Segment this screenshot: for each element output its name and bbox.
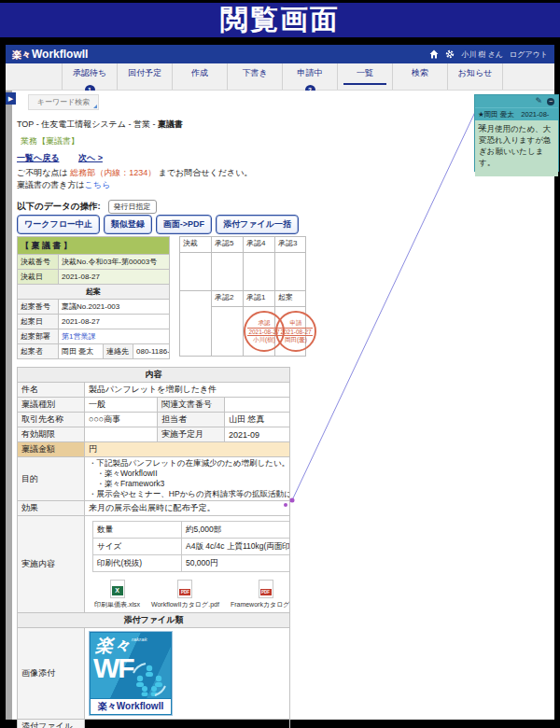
draft-dept-label: 起案部署 (18, 329, 59, 344)
stamp-empty-cell (275, 253, 306, 291)
logout-link[interactable]: ログアウト (510, 49, 548, 60)
attachments-section-header: 添付ファイル類 (18, 613, 290, 628)
sticky-note-meta: ★岡田 憂太 2021-08-27 (475, 107, 558, 120)
stamp-name: 岡田(憂) (285, 336, 307, 344)
next-link[interactable]: 次へ > (78, 153, 103, 162)
contact-phone: 080-1186-4566 (133, 344, 170, 359)
ringi-type-value: 一般 (85, 398, 158, 413)
contact-post: までお問合せください。 (156, 168, 252, 177)
effect-value-cell: 来月の展示会出展時に配布予定。 (85, 501, 290, 516)
logo-wordmark: 楽々WorkflowII (90, 699, 172, 715)
image-attach-cell: 楽々 rakrak WF (85, 628, 290, 720)
stamp-name: 小川(樹) (253, 336, 275, 344)
breadcrumb-current: 稟議書 (158, 119, 183, 129)
image-attach-label: 画像添付 (18, 628, 85, 720)
breadcrumb[interactable]: TOP - 住友電工情報システム - 営業 - 稟議書 (17, 119, 183, 131)
howto-note: 稟議書の書き方はこちら (17, 179, 110, 191)
tab-applying[interactable]: 申請中 2 (283, 63, 338, 90)
contact-department: 総務部（内線：1234） (70, 168, 156, 177)
ringi-header-table: 【 稟 議 書 】 決裁番号決裁No.令和03年-第00003号 決裁日2021… (17, 236, 170, 359)
pdf-file-icon: PDF (259, 580, 273, 598)
app-logo[interactable]: 楽々 WorkflowII (12, 48, 88, 62)
howto-link[interactable]: こちら (85, 180, 111, 189)
current-user[interactable]: 小川 樹 さん (461, 49, 503, 60)
ringi-type-label: 稟議種別 (18, 398, 85, 413)
home-icon[interactable] (429, 49, 439, 59)
qty-label: 数量 (93, 522, 182, 539)
note-author: ★岡田 憂太 (478, 110, 514, 119)
application-stamp: 申請 2021-08-27 岡田(憂) (275, 311, 316, 352)
contact-note: ご不明な点は 総務部（内線：1234） までお問合せください。 (17, 167, 252, 179)
size-label: サイズ (93, 539, 182, 555)
stamp-col-approve3: 承認3 (275, 237, 306, 253)
month-value: 2021-09 (225, 427, 290, 442)
purpose-line: ・下記製品パンフレットの在庫減少のため増刷したい。 (89, 458, 286, 469)
logo-prefix: 楽々 (12, 49, 31, 62)
people-cluster-icon (129, 662, 170, 697)
draft-dept-link[interactable]: 第1営業課 (59, 329, 170, 344)
kessai-no-label: 決裁番号 (18, 255, 59, 270)
client-label: 取引先名称 (18, 413, 85, 427)
kessai-date-value: 2021-08-27 (59, 270, 170, 285)
stamp-empty-cell (212, 307, 244, 357)
page-title: 閲覧画面 (220, 1, 340, 39)
tab-label: 作成 (173, 67, 227, 79)
file-item[interactable]: PDF WorkflowIIカタログ.pdf (151, 580, 219, 609)
tab-label: 下書き (228, 67, 282, 79)
tab-label: 検索 (393, 67, 447, 79)
minimize-icon[interactable]: − (547, 98, 554, 105)
content-table-title: 内容 (18, 368, 290, 383)
sticky-note-body: 来月使用のため、大変恐れ入りますが急ぎお願いいたします。 (475, 120, 558, 176)
tab-create[interactable]: 作成 (173, 63, 228, 90)
back-to-list-link[interactable]: 一覧へ戻る (17, 153, 59, 162)
approval-stamp-table: 決裁 承認5 承認4 承認3 承認2 承認1 起案 承認 (179, 236, 306, 357)
settings-gear-icon[interactable] (445, 49, 455, 59)
stamp-col-approve5: 承認5 (212, 237, 244, 253)
draft-date-value: 2021-08-27 (59, 315, 170, 329)
month-label: 実施予定月 (158, 427, 225, 442)
breadcrumb-path: TOP - 住友電工情報システム - 営業 - (17, 119, 158, 129)
effect-value: 来月の展示会出展時に配布予定。 (89, 503, 215, 512)
stamp-type: 申請 (290, 319, 302, 328)
sidebar-expand-icon[interactable]: ▶ (6, 92, 16, 105)
issue-date-button[interactable]: 発行日指定 (108, 200, 157, 214)
tab-list-active[interactable]: 一覧 (338, 63, 393, 90)
workflow-abort-button[interactable]: ワークフロー中止 (17, 215, 100, 234)
similar-register-button[interactable]: 類似登録 (104, 215, 152, 234)
attached-logo-image[interactable]: 楽々 rakrak WF (89, 631, 173, 716)
drafter-name: 岡田 憂太 (59, 344, 104, 359)
data-operations-row: 以下のデータの操作: 発行日指定 (17, 200, 157, 214)
screen-to-pdf-button[interactable]: 画面->PDF (156, 215, 212, 234)
logo-image-art: 楽々 rakrak WF (90, 632, 172, 699)
app-header: 楽々 WorkflowII 小川 樹 さん ログアウト (6, 45, 554, 63)
implementation-detail-table: 数量約5,000部 サイズA4版 4c/4c 上質110kg(両面印刷) 印刷代… (92, 521, 290, 572)
subject-label: 件名 (18, 383, 85, 398)
contact-pre: ご不明な点は (17, 168, 70, 177)
logo-initials: WF (93, 652, 133, 684)
keyword-search-button[interactable]: キーワード検索 (28, 94, 99, 110)
kessai-date-label: 決裁日 (18, 270, 59, 285)
sticky-note[interactable]: ✎ − ★岡田 憂太 2021-08-27 来月使用のため、大変恐れ入りますが急… (474, 94, 559, 172)
tab-approval-waiting[interactable]: 承認待ち 1 (63, 63, 118, 90)
related-doc-value (225, 398, 290, 413)
draft-date-label: 起案日 (18, 315, 59, 329)
amount-label: 稟議金額 (18, 442, 85, 457)
stamp-cell-approve1: 承認 2021-08-27 小川(樹) (244, 307, 275, 357)
implementation-cell: 数量約5,000部 サイズA4版 4c/4c 上質110kg(両面印刷) 印刷代… (85, 516, 290, 613)
pdf-file-icon: PDF (177, 580, 192, 598)
purpose-line: ・楽々WorkflowII (89, 469, 286, 479)
file-item[interactable]: PDF Frameworkカタログ.pdf (231, 580, 290, 609)
tab-drafts[interactable]: 下書き (228, 63, 283, 90)
tab-routing-planned[interactable]: 回付予定 (118, 63, 173, 90)
screen: 閲覧画面 楽々 WorkflowII 小川 樹 さん ログアウト 承認待 (0, 0, 560, 728)
sidebar-collapsed-strip (6, 91, 12, 720)
tab-notices[interactable]: お知らせ (448, 63, 503, 90)
business-category-label: 業務【稟議書】 (21, 135, 79, 147)
attachments-batch-button[interactable]: 添付ファイル一括 (216, 215, 299, 234)
tab-search[interactable]: 検索 (393, 63, 448, 90)
file-item[interactable]: X 印刷単価表.xlsx (94, 580, 140, 609)
tab-label: 承認待ち (63, 67, 117, 79)
tab-label: 回付予定 (118, 67, 172, 79)
app-window: 楽々 WorkflowII 小川 樹 さん ログアウト 承認待ち 1 (6, 45, 554, 720)
edit-pencil-icon[interactable]: ✎ (535, 97, 542, 105)
